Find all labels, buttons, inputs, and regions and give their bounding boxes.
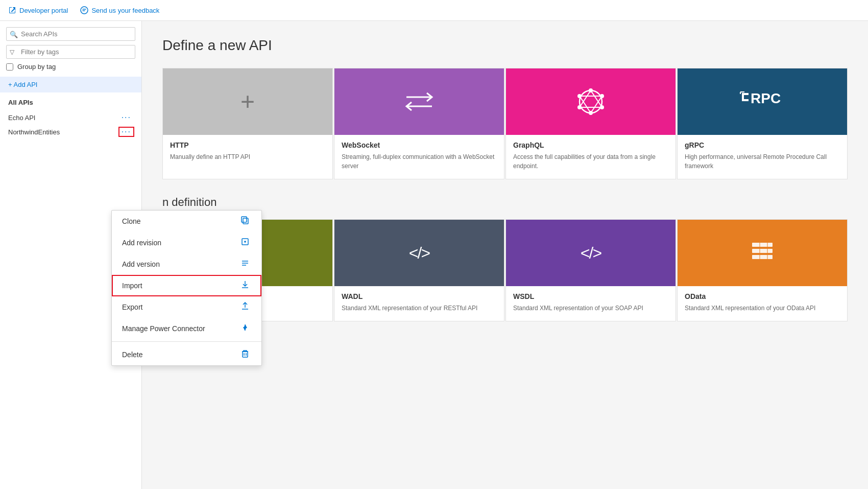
add-revision-icon	[239, 237, 251, 248]
http-card-title: HTTP	[170, 141, 325, 149]
websocket-card-title: WebSocket	[342, 141, 497, 149]
plus-icon: +	[240, 89, 255, 114]
svg-rect-2	[242, 217, 247, 222]
import-label: Import	[122, 282, 239, 290]
grpc-card-body: gRPC High performance, universal Remote …	[678, 135, 847, 179]
context-menu-divider	[112, 341, 261, 342]
clone-label: Clone	[122, 217, 239, 225]
context-menu-clone[interactable]: Clone	[112, 211, 261, 232]
feedback-link[interactable]: Send us your feedback	[80, 6, 159, 14]
websocket-card-icon	[334, 68, 504, 135]
echo-api-more-button[interactable]: ···	[119, 113, 133, 122]
add-version-icon	[239, 259, 251, 270]
svg-rect-1	[243, 218, 248, 224]
external-link-icon	[8, 6, 16, 14]
filter-tags-input[interactable]	[6, 45, 135, 59]
svg-rect-35	[752, 243, 773, 247]
northwind-name: NorthwindEntities	[8, 128, 119, 136]
search-apis-container: 🔍	[6, 27, 135, 41]
sidebar-item-northwind[interactable]: NorthwindEntities ···	[0, 125, 141, 139]
filter-tags-container: ▽	[6, 45, 135, 59]
group-by-tag-checkbox[interactable]	[6, 63, 13, 71]
odata-card-desc: Standard XML representation of your ODat…	[685, 304, 840, 313]
graphql-card[interactable]: GraphQL Access the full capabilities of …	[505, 68, 676, 179]
developer-portal-label: Developer portal	[19, 7, 68, 14]
add-revision-label: Add revision	[122, 239, 239, 247]
add-api-button[interactable]: + Add API	[0, 77, 141, 92]
arrows-icon	[401, 89, 437, 114]
svg-rect-36	[752, 249, 773, 253]
filter-icon: ▽	[10, 49, 14, 56]
feedback-icon	[80, 6, 88, 14]
wsdl-card-body: WSDL Standard XML representation of your…	[506, 286, 676, 321]
echo-api-name: Echo API	[8, 114, 119, 122]
sidebar-item-echo-api[interactable]: Echo API ···	[0, 110, 141, 125]
delete-icon	[239, 349, 251, 360]
svg-text:RPC: RPC	[751, 90, 781, 106]
context-menu: Clone Add revision Add version Import	[111, 210, 262, 366]
wadl-card-icon: </>	[334, 220, 504, 286]
svg-rect-37	[752, 255, 773, 259]
svg-rect-13	[243, 352, 248, 357]
http-card[interactable]: + HTTP Manually define an HTTP API	[162, 68, 333, 179]
api-cards-grid-1: + HTTP Manually define an HTTP API	[162, 68, 848, 179]
grpc-card[interactable]: RPC gRPC High performance, universal Rem…	[677, 68, 848, 179]
manage-power-connector-icon	[239, 323, 251, 334]
grpc-card-desc: High performance, universal Remote Proce…	[685, 152, 840, 171]
clone-icon	[239, 216, 251, 227]
odata-card-icon	[678, 220, 847, 286]
wsdl-card-title: WSDL	[513, 292, 668, 300]
wadl-card[interactable]: </> WADL Standard XML representation of …	[334, 219, 504, 321]
websocket-card[interactable]: WebSocket Streaming, full-duplex communi…	[334, 68, 504, 179]
context-menu-export[interactable]: Export	[112, 296, 261, 318]
grpc-icon: RPC	[739, 89, 785, 114]
graphql-card-icon	[506, 68, 676, 135]
context-menu-delete[interactable]: Delete	[112, 344, 261, 365]
search-apis-input[interactable]	[6, 27, 135, 41]
group-by-tag-label: Group by tag	[17, 63, 56, 71]
grpc-card-title: gRPC	[685, 141, 840, 149]
wsdl-code-icon: </>	[581, 244, 601, 263]
odata-card-title: OData	[685, 292, 840, 300]
wadl-card-body: WADL Standard XML representation of your…	[334, 286, 504, 321]
websocket-card-desc: Streaming, full-duplex communication wit…	[342, 152, 497, 171]
wsdl-card[interactable]: </> WSDL Standard XML representation of …	[505, 219, 676, 321]
context-menu-import[interactable]: Import	[112, 275, 261, 296]
main-layout: 🔍 ▽ Group by tag + Add API All APIs Echo…	[0, 21, 868, 489]
section2-subtitle-text: n definition	[162, 196, 216, 208]
http-card-desc: Manually define an HTTP API	[170, 152, 325, 161]
search-icon: 🔍	[10, 30, 18, 38]
odata-card-body: OData Standard XML representation of you…	[678, 286, 847, 321]
http-card-icon: +	[163, 68, 332, 135]
wsdl-card-desc: Standard XML representation of your SOAP…	[513, 304, 668, 313]
context-menu-add-revision[interactable]: Add revision	[112, 232, 261, 253]
wadl-card-title: WADL	[342, 292, 497, 300]
graphql-card-desc: Access the full capabilities of your dat…	[513, 152, 668, 171]
odata-icon	[750, 240, 775, 266]
group-by-tag-container: Group by tag	[6, 63, 135, 71]
svg-point-0	[81, 7, 88, 14]
feedback-label: Send us your feedback	[91, 7, 159, 14]
add-version-label: Add version	[122, 260, 239, 268]
graphql-card-body: GraphQL Access the full capabilities of …	[506, 135, 676, 179]
delete-label: Delete	[122, 351, 239, 359]
all-apis-label: All APIs	[0, 97, 141, 110]
top-bar: Developer portal Send us your feedback	[0, 0, 868, 21]
wadl-code-icon: </>	[409, 244, 429, 263]
odata-card[interactable]: OData Standard XML representation of you…	[677, 219, 848, 321]
wadl-card-desc: Standard XML representation of your REST…	[342, 304, 497, 313]
svg-marker-31	[742, 93, 749, 101]
wsdl-card-icon: </>	[506, 220, 676, 286]
developer-portal-link[interactable]: Developer portal	[8, 6, 68, 14]
add-api-label: + Add API	[8, 81, 37, 88]
api-cards-grid-2: </> WADL Standard XML representation of …	[162, 219, 848, 321]
export-icon	[239, 301, 251, 313]
context-menu-manage-power-connector[interactable]: Manage Power Connector	[112, 318, 261, 339]
northwind-more-button[interactable]: ···	[119, 128, 133, 136]
http-card-body: HTTP Manually define an HTTP API	[163, 135, 332, 170]
websocket-card-body: WebSocket Streaming, full-duplex communi…	[334, 135, 504, 179]
export-label: Export	[122, 303, 239, 311]
grpc-card-icon: RPC	[678, 68, 847, 135]
context-menu-add-version[interactable]: Add version	[112, 253, 261, 275]
graphql-card-title: GraphQL	[513, 141, 668, 149]
